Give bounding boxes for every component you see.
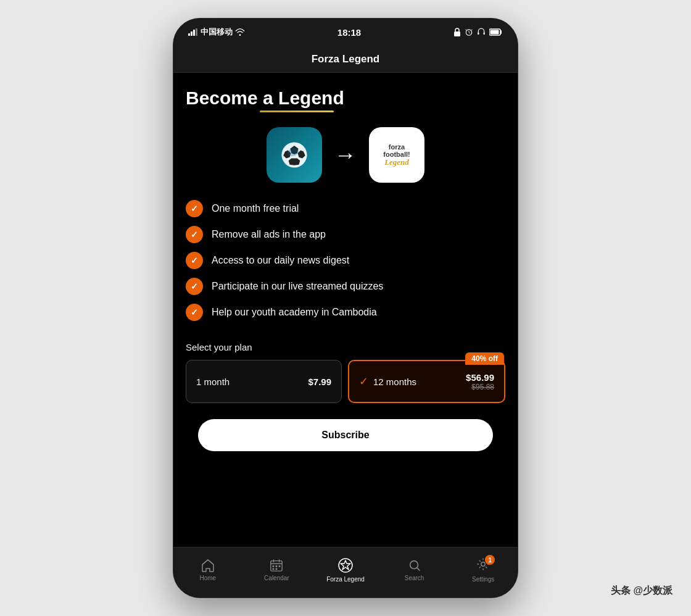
home-icon: [201, 559, 215, 572]
status-bar: 中国移动 18:18: [173, 19, 518, 46]
feature-item: ✓ Access to our daily news digest: [186, 252, 505, 269]
feature-item: ✓ One month free trial: [186, 200, 505, 217]
watermark: 头条 @少数派: [611, 585, 672, 597]
settings-badge: 1: [485, 555, 495, 565]
forza-football-icon: [267, 127, 322, 183]
feature-item: ✓ Remove all ads in the app: [186, 226, 505, 243]
wifi-icon: [235, 28, 245, 36]
heading-underline: [260, 110, 334, 112]
nav-item-calendar[interactable]: Calendar: [242, 559, 312, 581]
svg-rect-18: [276, 565, 278, 567]
phone-inner: 中国移动 18:18: [173, 19, 518, 597]
forza-text: forza: [383, 143, 410, 151]
calendar-icon: [269, 559, 284, 572]
svg-marker-14: [289, 159, 300, 165]
svg-point-25: [481, 562, 485, 566]
feature-text: Remove all ads in the app: [212, 229, 326, 240]
legend-text: Legend: [383, 158, 410, 167]
svg-rect-21: [276, 568, 278, 570]
nav-home-label: Home: [199, 575, 216, 581]
soccer-ball-svg: [277, 138, 312, 172]
alarm-icon: [465, 28, 473, 36]
forza-legend-icon: forza football! Legend: [369, 127, 424, 183]
subscribe-area: Subscribe: [186, 413, 505, 451]
plan-12months-left: ✓ 12 months: [359, 375, 416, 388]
plan-label: Select your plan: [186, 342, 505, 352]
status-time: 18:18: [337, 27, 361, 38]
svg-rect-7: [484, 33, 485, 35]
plan-1month-name: 1 month: [196, 377, 230, 387]
features-list: ✓ One month free trial ✓ Remove all ads …: [186, 200, 505, 330]
feature-item: ✓ Participate in our live streamed quizz…: [186, 278, 505, 295]
nav-search-label: Search: [405, 575, 424, 581]
svg-rect-4: [454, 31, 460, 36]
plan-1month-price: $7.99: [308, 377, 331, 387]
plan-12months-price: $56.99: [466, 372, 494, 383]
app-icons-row: → forza football! Legend: [186, 127, 505, 183]
nav-forza-legend-label: Forza Legend: [326, 576, 365, 583]
main-content: Become a Legend: [173, 73, 518, 547]
nav-item-search[interactable]: Search: [380, 559, 449, 581]
svg-rect-6: [478, 33, 479, 35]
status-right: [453, 28, 503, 36]
svg-rect-0: [188, 33, 190, 36]
outer-wrapper: 中国移动 18:18: [0, 0, 691, 616]
settings-icon-wrapper: 1: [476, 557, 490, 573]
transition-arrow: →: [334, 142, 357, 168]
feature-text: Access to our daily news digest: [212, 255, 349, 266]
check-icon: ✓: [186, 278, 203, 295]
svg-rect-17: [273, 565, 275, 567]
check-icon: ✓: [186, 252, 203, 269]
subscribe-label: Subscribe: [321, 430, 369, 441]
headphone-icon: [477, 28, 486, 36]
lock-icon: [453, 28, 461, 36]
svg-rect-2: [193, 30, 195, 36]
battery-icon: [489, 28, 503, 36]
plan-12months-name: 12 months: [373, 377, 416, 387]
plan-1month[interactable]: 1 month $7.99: [186, 360, 342, 403]
plan-12months-original-price: $95.88: [466, 383, 494, 391]
title-bar: Forza Legend: [173, 46, 518, 73]
signal-icon: [188, 28, 198, 36]
forza-legend-nav-icon: [337, 557, 354, 573]
status-left: 中国移动: [188, 27, 245, 38]
svg-rect-1: [191, 31, 192, 36]
svg-rect-20: [273, 568, 275, 570]
check-icon: ✓: [186, 226, 203, 243]
app-title: Forza Legend: [312, 53, 380, 65]
discount-badge: 40% off: [465, 352, 504, 365]
feature-text: One month free trial: [212, 203, 299, 214]
bottom-nav: Home Calendar: [173, 547, 518, 597]
nav-settings-label: Settings: [472, 576, 494, 583]
feature-item: ✓ Help our youth academy in Cambodia: [186, 304, 505, 321]
plans-row: 1 month $7.99 40% off ✓ 12 months $56.99…: [186, 360, 505, 403]
svg-rect-19: [279, 565, 281, 567]
svg-rect-9: [490, 30, 499, 35]
svg-rect-3: [196, 28, 197, 36]
svg-marker-23: [341, 560, 350, 570]
check-icon: ✓: [186, 200, 203, 217]
check-icon: ✓: [186, 304, 203, 321]
plan-12months-price-group: $56.99 $95.88: [466, 372, 494, 391]
page-heading: Become a Legend: [186, 88, 505, 108]
nav-calendar-label: Calendar: [264, 575, 289, 581]
search-icon: [408, 559, 421, 572]
phone-frame: 中国移动 18:18: [173, 18, 518, 598]
carrier-label: 中国移动: [201, 27, 233, 38]
forza-logo: forza football! Legend: [383, 143, 410, 167]
subscribe-button[interactable]: Subscribe: [198, 419, 493, 451]
feature-text: Help our youth academy in Cambodia: [212, 307, 377, 318]
nav-item-forza-legend[interactable]: Forza Legend: [311, 557, 380, 583]
plan-selected-check: ✓: [359, 375, 368, 388]
nav-item-home[interactable]: Home: [173, 559, 242, 581]
feature-text: Participate in our live streamed quizzes: [212, 281, 383, 292]
plan-12months[interactable]: 40% off ✓ 12 months $56.99 $95.88: [348, 360, 505, 403]
nav-item-settings[interactable]: 1 Settings: [449, 557, 518, 583]
